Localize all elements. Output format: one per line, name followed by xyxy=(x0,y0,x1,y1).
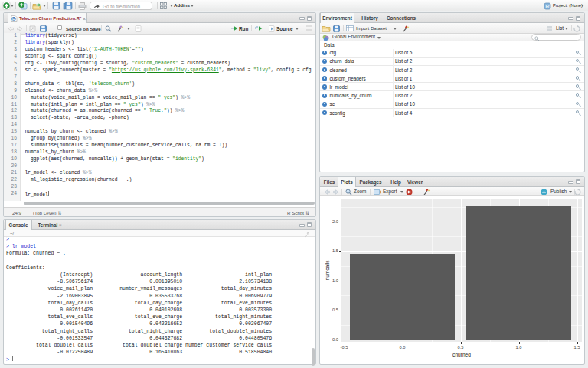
svg-text:R: R xyxy=(545,3,549,8)
svg-text:R: R xyxy=(12,16,15,21)
